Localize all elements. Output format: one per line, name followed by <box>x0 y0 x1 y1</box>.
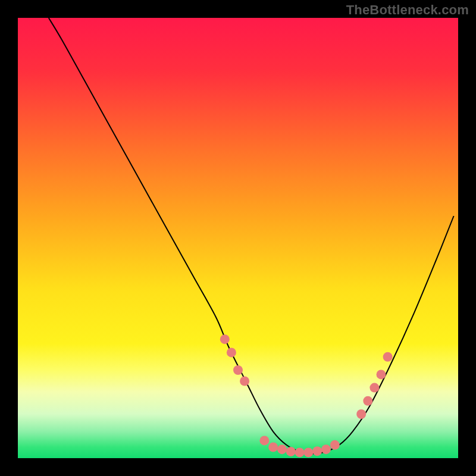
highlight-dot <box>227 347 236 357</box>
highlight-dot <box>295 447 305 457</box>
chart-frame: TheBottleneck.com <box>0 0 476 476</box>
watermark-label: TheBottleneck.com <box>346 2 469 18</box>
highlight-dot <box>268 443 278 452</box>
highlight-dot <box>321 444 331 454</box>
highlight-dot <box>303 447 313 457</box>
highlight-dot <box>369 383 379 393</box>
bottleneck-chart <box>18 18 458 458</box>
highlight-dot <box>233 365 243 375</box>
highlight-dot <box>330 440 340 450</box>
plot-area <box>18 18 458 458</box>
highlight-dot <box>363 396 372 406</box>
highlight-dot <box>286 447 296 456</box>
highlight-dot <box>383 352 393 362</box>
highlight-dot <box>356 409 366 419</box>
highlight-dot <box>312 446 322 456</box>
highlight-dot <box>220 334 230 344</box>
highlight-dot <box>259 436 269 445</box>
highlight-dot <box>240 377 249 386</box>
highlight-dot <box>377 369 386 379</box>
gradient-background <box>18 18 458 458</box>
highlight-dot <box>277 444 287 454</box>
